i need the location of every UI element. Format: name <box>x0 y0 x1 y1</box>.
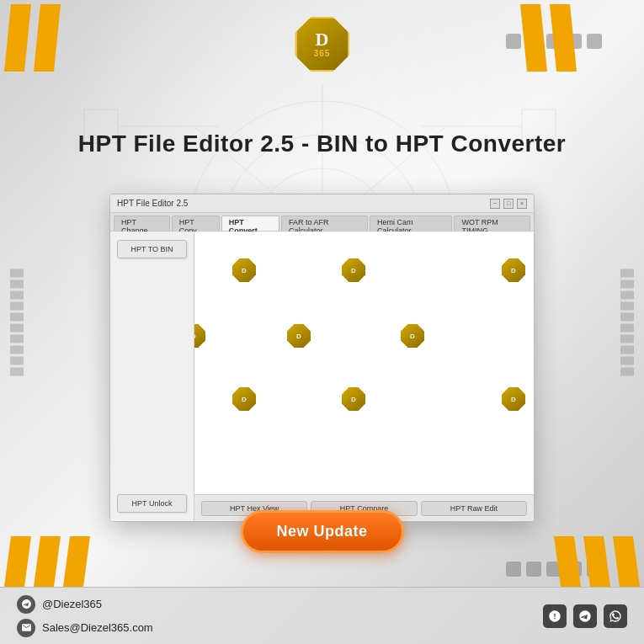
bottom-left-chevrons <box>4 536 90 587</box>
close-button[interactable]: × <box>517 199 527 209</box>
chevron-shape <box>4 536 31 587</box>
chevron-shape <box>583 536 610 587</box>
new-update-button[interactable]: New Update <box>240 510 403 553</box>
right-content-area: D D D D D D D D D HPT Hex View HPT Compa… <box>194 232 534 521</box>
hpt-to-bin-button[interactable]: HPT TO BIN <box>117 240 187 258</box>
tab-hpt-change[interactable]: HPT Change <box>114 216 170 231</box>
footer: @Diezel365 Sales@Diezel365.com <box>0 587 644 644</box>
d365-coin-icon: D <box>287 324 311 348</box>
right-bar <box>620 345 634 354</box>
email-icon <box>17 619 35 637</box>
tab-wot-rpm[interactable]: WOT RPM TIMING <box>454 216 530 231</box>
left-bar <box>10 323 24 332</box>
right-bars <box>620 269 634 375</box>
window-controls: − □ × <box>490 199 527 209</box>
left-bar <box>10 290 24 299</box>
chevron-shape <box>550 4 577 72</box>
chevron-shape <box>554 536 581 587</box>
hpt-unlock-button[interactable]: HPT Unlock <box>117 494 187 513</box>
tab-bar: HPT Change HPT Copy HPT Convert FAR to A… <box>110 213 534 232</box>
right-bar <box>620 367 634 375</box>
new-update-container: New Update <box>240 510 403 553</box>
right-bar <box>620 334 634 343</box>
email-address: Sales@Diezel365.com <box>42 621 153 634</box>
logo-octagon: D 365 <box>295 17 349 72</box>
logo-container: D 365 <box>295 17 349 72</box>
bottom-right-chevrons <box>554 536 640 587</box>
d365-coin-icon: D <box>502 258 525 282</box>
hpt-raw-edit-button[interactable]: HPT Raw Edit <box>421 501 527 516</box>
footer-contact-info: @Diezel365 Sales@Diezel365.com <box>17 595 153 637</box>
right-bar <box>620 301 634 310</box>
tab-hpt-copy[interactable]: HPT Copy <box>172 216 220 231</box>
chevron-shape <box>613 536 640 587</box>
d365-coin-icon: D <box>342 387 365 411</box>
left-bar <box>10 356 24 365</box>
telegram-item: @Diezel365 <box>17 595 153 614</box>
d365-coin-icon: D <box>194 324 205 348</box>
right-bar <box>620 279 634 288</box>
chevron-shape <box>34 4 61 72</box>
logo-letter: D <box>316 30 329 49</box>
maximize-button[interactable]: □ <box>503 199 514 209</box>
right-bar <box>620 269 634 277</box>
skype-button[interactable] <box>543 604 567 628</box>
whatsapp-button[interactable] <box>604 604 627 628</box>
d365-coin-icon: D <box>232 387 256 411</box>
window-titlebar: HPT File Editor 2.5 − □ × <box>110 194 534 213</box>
chevron-shape <box>63 536 90 587</box>
d365-coin-icon: D <box>342 258 365 282</box>
right-bar <box>620 356 634 365</box>
window-title: HPT File Editor 2.5 <box>117 199 188 208</box>
main-title-container: HPT File Editor 2.5 - BIN to HPT Convert… <box>0 130 644 157</box>
tab-far-afr[interactable]: FAR to AFR Calculator <box>281 216 368 231</box>
left-panel: HPT TO BIN HPT Unlock <box>110 232 194 521</box>
dot-decoration <box>587 34 602 49</box>
left-bar <box>10 301 24 310</box>
right-bar <box>620 312 634 321</box>
app-window: HPT File Editor 2.5 − □ × HPT Change HPT… <box>109 194 535 522</box>
d365-coin-icon: D <box>232 258 256 282</box>
telegram-button[interactable] <box>573 604 597 628</box>
chevron-shape <box>520 4 547 72</box>
chevron-shape <box>34 536 61 587</box>
left-bar <box>10 345 24 354</box>
right-bar <box>620 323 634 332</box>
dot-decoration <box>506 562 521 577</box>
top-left-chevrons <box>4 4 61 72</box>
chevron-shape <box>4 4 31 72</box>
minimize-button[interactable]: − <box>490 199 500 209</box>
left-bar <box>10 279 24 288</box>
dot-decoration <box>506 34 521 49</box>
left-bars <box>10 269 24 375</box>
logo-number: 365 <box>314 49 331 58</box>
window-content: HPT TO BIN HPT Unlock D D D D D D D D D … <box>110 232 534 521</box>
d365-coin-icon: D <box>401 324 424 348</box>
telegram-handle: @Diezel365 <box>42 598 102 610</box>
left-bar <box>10 367 24 375</box>
footer-social-icons <box>543 604 627 628</box>
d365-coin-icon: D <box>502 387 525 411</box>
telegram-icon <box>17 595 35 614</box>
email-item: Sales@Diezel365.com <box>17 619 153 637</box>
tab-hemi-cam[interactable]: Hemi Cam Calculator <box>370 216 452 231</box>
right-bar <box>620 290 634 299</box>
top-right-chevrons <box>520 4 577 72</box>
dot-decoration <box>526 562 541 577</box>
tab-hpt-convert[interactable]: HPT Convert <box>221 216 279 231</box>
left-bar <box>10 334 24 343</box>
left-bar <box>10 269 24 277</box>
left-bar <box>10 312 24 321</box>
page-title: HPT File Editor 2.5 - BIN to HPT Convert… <box>0 130 644 157</box>
